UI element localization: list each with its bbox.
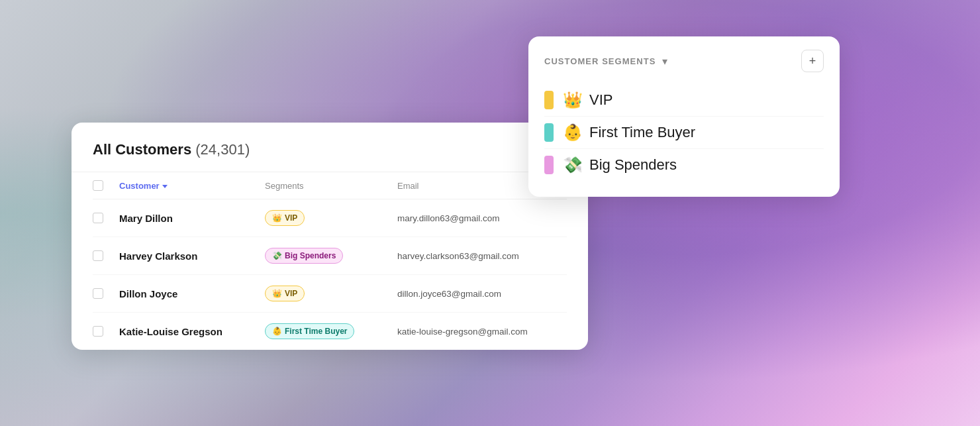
lifetime-value-cell: $2,302.55 <box>530 250 588 261</box>
dropdown-title-row: CUSTOMER SEGMENTS ▾ <box>544 55 667 68</box>
segment-emoji-big-spenders: 💸 <box>563 156 583 174</box>
segment-item-first-time-buyer[interactable]: 👶 First Time Buyer <box>544 117 824 149</box>
table-row: Mary Dillon 👑 VIP mary.dillon63@gmail.co… <box>93 199 567 237</box>
table-row: Katie-Louise Gregson 👶 First Time Buyer … <box>93 313 567 350</box>
dropdown-header: CUSTOMER SEGMENTS ▾ + <box>544 50 824 72</box>
add-button-label: + <box>809 54 816 68</box>
segment-emoji-vip: 👑 <box>563 91 583 109</box>
email-cell: harvey.clarkson63@gmail.com <box>397 251 530 261</box>
segment-name-vip: VIP <box>589 91 612 109</box>
row-checkbox[interactable] <box>93 213 103 223</box>
customer-segments-dropdown: CUSTOMER SEGMENTS ▾ + 👑 VIP 👶 First Time… <box>528 36 840 197</box>
segment-cell: 👶 First Time Buyer <box>265 323 397 339</box>
segment-badge-first-time[interactable]: 👶 First Time Buyer <box>265 323 354 339</box>
table-row: Harvey Clarkson 💸 Big Spenders harvey.cl… <box>93 237 567 275</box>
segment-emoji: 👑 <box>272 213 282 223</box>
email-cell: katie-louise-gregson@gmail.com <box>397 327 530 337</box>
segment-badge-big-spenders[interactable]: 💸 Big Spenders <box>265 248 343 264</box>
row-checkbox[interactable] <box>93 250 103 261</box>
select-all-checkbox[interactable] <box>93 180 103 191</box>
customer-name: Harvey Clarkson <box>119 250 265 262</box>
customer-table-panel: All Customers (24,301) Customer Segments… <box>72 123 588 350</box>
customer-name: Katie-Louise Gregson <box>119 326 265 337</box>
email-column-header: Email <box>397 181 530 191</box>
segment-cell: 💸 Big Spenders <box>265 248 397 264</box>
segment-item-big-spenders[interactable]: 💸 Big Spenders <box>544 149 824 181</box>
segment-emoji: 👶 <box>272 327 282 336</box>
segment-text: VIP <box>285 289 297 298</box>
sort-arrow-icon <box>162 185 168 188</box>
table-title: All Customers (24,301) <box>93 141 250 158</box>
row-checkbox[interactable] <box>93 326 103 337</box>
table-count: (24,301) <box>195 141 250 158</box>
email-cell: dillon.joyce63@gmail.com <box>397 289 530 299</box>
segment-text: VIP <box>285 213 297 223</box>
segments-column-header: Segments <box>265 181 397 191</box>
column-headers: Customer Segments Email Lifetime Value <box>93 172 567 199</box>
lifetime-value-cell: $2,302.55 <box>530 288 588 299</box>
customer-column-header[interactable]: Customer <box>119 181 265 191</box>
email-cell: mary.dillon63@gmail.com <box>397 213 530 223</box>
checkbox-header <box>93 180 119 191</box>
table-content: Customer Segments Email Lifetime Value M… <box>72 172 588 350</box>
segment-emoji: 👑 <box>272 289 282 298</box>
segment-cell: 👑 VIP <box>265 286 397 301</box>
add-segment-button[interactable]: + <box>801 50 824 72</box>
email-col-label: Email <box>397 181 419 191</box>
title-text: All Customers <box>93 141 191 158</box>
segment-text: First Time Buyer <box>285 327 347 336</box>
segment-item-vip[interactable]: 👑 VIP <box>544 84 824 117</box>
segment-text: Big Spenders <box>285 251 336 260</box>
dropdown-title: CUSTOMER SEGMENTS <box>544 56 656 66</box>
segment-emoji: 💸 <box>272 251 282 260</box>
segment-label-vip: 👑 VIP <box>563 91 612 109</box>
segment-label-first-time-buyer: 👶 First Time Buyer <box>563 123 695 142</box>
segment-cell: 👑 VIP <box>265 210 397 226</box>
customer-col-label: Customer <box>119 181 160 191</box>
table-row: Dillon Joyce 👑 VIP dillon.joyce63@gmail.… <box>93 275 567 313</box>
row-checkbox[interactable] <box>93 288 103 299</box>
segment-badge-vip[interactable]: 👑 VIP <box>265 210 305 226</box>
segment-name-first-time-buyer: First Time Buyer <box>589 124 695 141</box>
segment-color-first-time-buyer <box>544 123 554 142</box>
customer-name: Mary Dillon <box>119 213 265 224</box>
lifetime-value-cell: $2,302.55 <box>530 326 588 337</box>
segment-label-big-spenders: 💸 Big Spenders <box>563 156 677 174</box>
segment-color-big-spenders <box>544 156 554 174</box>
customer-name: Dillon Joyce <box>119 288 265 299</box>
chevron-down-icon[interactable]: ▾ <box>662 55 667 68</box>
table-header: All Customers (24,301) <box>72 123 588 172</box>
segment-badge-vip[interactable]: 👑 VIP <box>265 286 305 301</box>
segments-col-label: Segments <box>265 181 304 191</box>
segment-color-vip <box>544 91 554 109</box>
segment-emoji-first-time-buyer: 👶 <box>563 123 583 142</box>
segment-name-big-spenders: Big Spenders <box>589 156 677 174</box>
lifetime-value-cell: $2,302.55 <box>530 213 588 223</box>
